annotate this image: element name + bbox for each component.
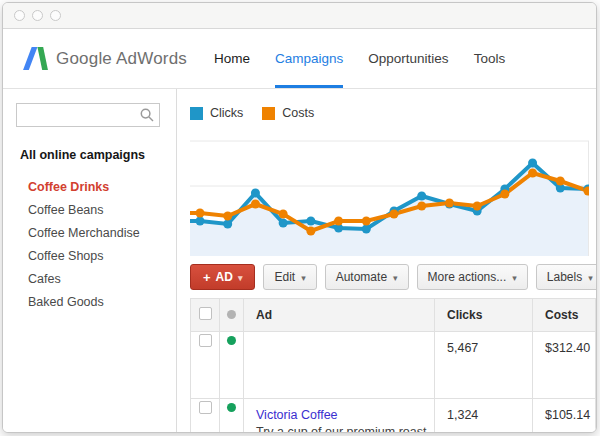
main-nav: Home Campaigns Opportunities Tools: [214, 29, 505, 88]
more-actions-button[interactable]: More actions... ▾: [417, 264, 528, 290]
sidebar: All online campaigns Coffee Drinks Coffe…: [3, 89, 177, 432]
costs-legend-swatch: [262, 107, 275, 120]
caret-down-icon: ▾: [512, 274, 517, 283]
campaign-search: [16, 103, 160, 127]
chart-legend: Clicks Costs: [190, 106, 596, 120]
clicks-column-header[interactable]: Clicks: [435, 299, 533, 332]
adwords-a-icon: [23, 47, 48, 70]
app-header: Google AdWords Home Campaigns Opportunit…: [3, 29, 596, 89]
ad-description: Try a cup of our premium roast.: [256, 425, 434, 433]
clicks-cell: 1,324: [435, 399, 533, 434]
clicks-legend-swatch: [190, 107, 203, 120]
ad-title-link[interactable]: Victoria Coffee: [256, 408, 434, 422]
add-ad-button[interactable]: + AD ▾: [190, 264, 255, 290]
clicks-cell: 5,467: [435, 332, 533, 399]
nav-tab-home[interactable]: Home: [214, 29, 250, 88]
window-control-zoom[interactable]: [50, 10, 61, 21]
table-row: 5,467 $312.40: [191, 332, 596, 399]
costs-cell: $312.40: [533, 332, 596, 399]
sidebar-heading: All online campaigns: [20, 148, 176, 162]
automate-button[interactable]: Automate ▾: [325, 264, 409, 290]
edit-button[interactable]: Edit ▾: [263, 264, 316, 290]
costs-column-header[interactable]: Costs: [533, 299, 596, 332]
window-control-minimize[interactable]: [32, 10, 43, 21]
caret-down-icon: ▾: [588, 274, 593, 283]
brand-text: Google AdWords: [56, 49, 187, 69]
sidebar-item-coffee-drinks[interactable]: Coffee Drinks: [3, 175, 176, 198]
nav-tab-tools[interactable]: Tools: [474, 29, 506, 88]
table-row: Victoria Coffee Try a cup of our premium…: [191, 399, 596, 434]
adwords-logo: Google AdWords: [23, 29, 187, 88]
caret-down-icon: ▾: [393, 274, 398, 283]
sidebar-item-baked-goods[interactable]: Baked Goods: [3, 290, 176, 313]
sidebar-item-coffee-shops[interactable]: Coffee Shops: [3, 244, 176, 267]
plus-icon: +: [203, 271, 211, 284]
nav-tab-opportunities[interactable]: Opportunities: [368, 29, 448, 88]
table-header-row: Ad Clicks Costs: [191, 299, 596, 332]
main-panel: Clicks Costs + AD ▾ Edit ▾: [177, 89, 596, 432]
action-toolbar: + AD ▾ Edit ▾ Automate ▾ More actions...: [190, 264, 596, 290]
campaign-list: Coffee Drinks Coffee Beans Coffee Mercha…: [3, 175, 176, 313]
caret-down-icon: ▾: [238, 274, 243, 283]
ad-cell: Victoria Coffee Try a cup of our premium…: [244, 399, 435, 434]
row-checkbox[interactable]: [199, 334, 212, 347]
status-enabled-icon: [227, 336, 236, 345]
window-control-close[interactable]: [14, 10, 25, 21]
ad-column-header[interactable]: Ad: [244, 299, 435, 332]
status-enabled-icon: [227, 403, 236, 412]
labels-button[interactable]: Labels ▾: [536, 264, 597, 290]
row-checkbox[interactable]: [199, 401, 212, 414]
search-icon: [140, 108, 154, 122]
browser-window: Google AdWords Home Campaigns Opportunit…: [2, 2, 597, 433]
search-input[interactable]: [16, 103, 160, 127]
select-all-checkbox[interactable]: [199, 307, 212, 320]
caret-down-icon: ▾: [301, 274, 306, 283]
sidebar-item-coffee-merchandise[interactable]: Coffee Merchandise: [3, 221, 176, 244]
nav-tab-campaigns[interactable]: Campaigns: [275, 29, 343, 88]
sidebar-item-coffee-beans[interactable]: Coffee Beans: [3, 198, 176, 221]
costs-legend-label: Costs: [282, 106, 314, 120]
screenshot-stage: Google AdWords Home Campaigns Opportunit…: [0, 0, 600, 436]
ad-cell: [244, 332, 435, 399]
clicks-costs-line-chart: [190, 133, 589, 257]
status-column-icon: [227, 310, 236, 319]
content-row: All online campaigns Coffee Drinks Coffe…: [3, 89, 596, 432]
sidebar-item-cafes[interactable]: Cafes: [3, 267, 176, 290]
costs-cell: $105.14: [533, 399, 596, 434]
clicks-legend-label: Clicks: [210, 106, 243, 120]
ads-table: Ad Clicks Costs 5,467 $312.40: [190, 298, 596, 433]
window-titlebar: [3, 3, 596, 29]
